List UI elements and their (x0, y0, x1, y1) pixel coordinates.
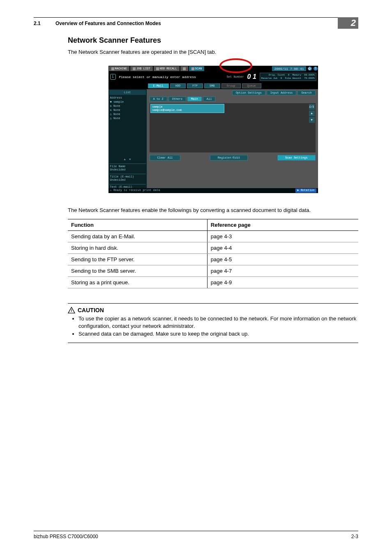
tab-hddrecall[interactable]: HDD RECALL (154, 66, 180, 71)
filter-atoz[interactable]: A to Z (150, 97, 167, 101)
subtab-ftp[interactable]: FTP (187, 83, 203, 88)
clear-all-button[interactable]: Clear All (150, 155, 181, 161)
caution-item: To use the copier as a network scanner, … (78, 315, 358, 329)
info-icon: i (110, 74, 116, 80)
stats-box: Orig. Count 0 Memory 99.000% Reserve Job… (260, 73, 316, 81)
address-entry[interactable]: sample sample@sample.com (150, 104, 224, 113)
entry-address: sample@sample.com (152, 108, 222, 112)
filter-all[interactable]: All (203, 97, 216, 101)
title-value: Undecided (110, 178, 145, 182)
side-header: List (109, 90, 146, 95)
caution-title: CAUTION (78, 307, 104, 313)
power-icon[interactable]: ⏻ (308, 67, 312, 71)
subtab-hdd[interactable]: HDD (170, 83, 186, 88)
status-text: ⚠ Ready to receive print data (110, 189, 160, 193)
side-panel: List Address ■ sample ⇅ None ⇅ None △ No… (108, 89, 147, 193)
device-screen: MACHINE JOB LIST HDD RECALL SCAN 2009/11… (108, 66, 318, 193)
search-button[interactable]: Search (297, 90, 315, 95)
header-rule (34, 17, 358, 18)
machine-icon (111, 67, 114, 70)
tab-machine[interactable]: MACHINE (109, 66, 129, 71)
description-text: The Network Scanner features enable the … (68, 207, 358, 213)
subtab-email[interactable]: E-Mail (148, 83, 169, 88)
filename-value: Undecided (110, 168, 145, 171)
side-item: △ None (109, 116, 146, 120)
page-heading: Network Scanner Features (68, 36, 358, 45)
col-header-ref: Reference page (207, 219, 358, 231)
caution-icon: ! (68, 307, 75, 313)
intro-text: The Network Scanner features are operate… (68, 49, 358, 55)
scan-icon (191, 67, 194, 70)
hdd-icon (156, 67, 159, 70)
status-message: Please select or manually enter address (119, 75, 224, 79)
side-address-label: Address (109, 96, 146, 100)
main-panel: Option Settings Input Address Search A t… (147, 89, 318, 193)
caution-box: ! CAUTION To use the copier as a network… (68, 303, 358, 343)
svg-text:!: ! (71, 308, 72, 313)
option-settings-button[interactable]: Option Settings (232, 90, 265, 95)
caution-item: Scanned data can be damaged. Make sure t… (78, 330, 358, 338)
col-header-function: Function (68, 219, 207, 231)
entry-name: sample (152, 105, 222, 108)
section-number: 2.1 (34, 21, 41, 26)
subtab-smb[interactable]: SMB (204, 83, 220, 88)
datetime: 2009/11 7:00:41 (272, 66, 306, 71)
list-icon (133, 67, 136, 70)
address-list: sample sample@sample.com 1/1 ▲ ▼ (150, 103, 316, 152)
side-item: ⇅ None (109, 104, 146, 108)
scroll-down-icon[interactable]: ▼ (309, 117, 315, 123)
page-indicator: 1/1 (309, 104, 315, 110)
side-item: ⇅ None (109, 108, 146, 112)
title-label: Title (E-mail) (110, 175, 145, 178)
filename-label: File Name (110, 165, 145, 168)
page-footer: bizhub PRESS C7000/C6000 2-3 (34, 531, 358, 539)
screenshot-figure: MACHINE JOB LIST HDD RECALL SCAN 2009/11… (108, 61, 318, 192)
tab-scan[interactable]: SCAN (189, 66, 205, 71)
side-paging[interactable]: ▲ ▼ (109, 157, 146, 162)
blank-icon (183, 67, 186, 70)
scroll-up-icon[interactable]: ▲ (309, 111, 315, 116)
subtab-group[interactable]: Group (221, 83, 241, 88)
product-name: bizhub PRESS C7000/C6000 (34, 534, 98, 539)
list-scroll[interactable]: 1/1 ▲ ▼ (309, 104, 315, 123)
table-row: Storing as a print queue.page 4-9 (68, 277, 358, 288)
function-table: Function Reference page Sending data by … (68, 219, 358, 288)
table-row: Storing in hard disk.page 4-4 (68, 242, 358, 254)
tab-joblist[interactable]: JOB LIST (130, 66, 153, 71)
table-row: Sending to the SMB server.page 4-7 (68, 265, 358, 277)
set-number-label: Set Number (227, 75, 244, 78)
subtab-queue[interactable]: Queue (242, 83, 261, 88)
tab-blank[interactable] (180, 66, 188, 71)
help-icon[interactable]: ? (314, 67, 318, 71)
table-row: Sending to the FTP server.page 4-5 (68, 254, 358, 265)
scan-settings-button[interactable]: Scan Settings (277, 155, 316, 161)
highlight-oval (219, 58, 252, 73)
register-edit-button[interactable]: Register/Edit (210, 155, 248, 161)
side-item: ■ sample (109, 100, 146, 104)
filter-others[interactable]: Others (168, 97, 186, 101)
chapter-badge: 2 (338, 17, 358, 29)
page-number: 2-3 (351, 534, 358, 539)
side-item: △ None (109, 112, 146, 116)
table-row: Sending data by an E-Mail.page 4-3 (68, 231, 358, 242)
set-number-value: 0 1 (247, 73, 256, 81)
section-title: Overview of Features and Connection Mode… (55, 21, 161, 26)
input-address-button[interactable]: Input Address (267, 90, 297, 95)
filter-main[interactable]: Main (187, 97, 202, 101)
rotation-indicator: ▶ Rotation (295, 189, 316, 193)
